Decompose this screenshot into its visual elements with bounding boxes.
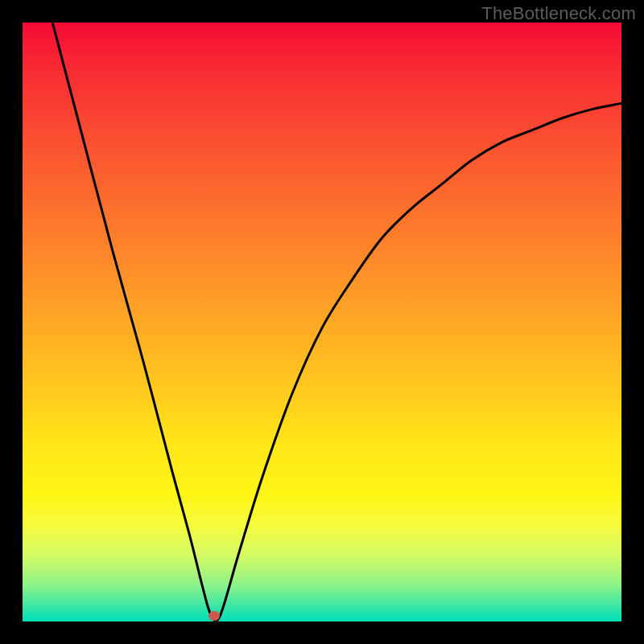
minimum-point-marker xyxy=(208,611,220,621)
bottleneck-curve xyxy=(23,23,621,621)
watermark-text: TheBottleneck.com xyxy=(481,3,636,24)
plot-area xyxy=(23,23,621,621)
chart-frame: TheBottleneck.com xyxy=(0,0,644,644)
